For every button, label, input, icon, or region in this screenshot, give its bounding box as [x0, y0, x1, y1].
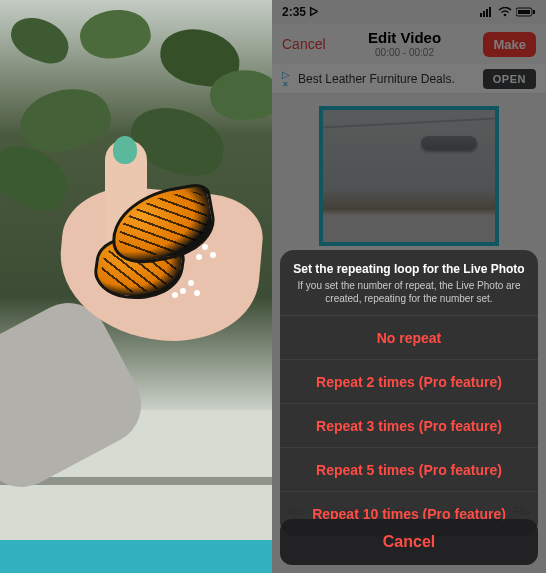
sheet-option-repeat-3[interactable]: Repeat 3 times (Pro feature) [280, 404, 538, 448]
action-sheet-cancel-button[interactable]: Cancel [280, 519, 538, 565]
action-sheet: Set the repeating loop for the Live Phot… [280, 250, 538, 536]
photo-butterfly-on-hand [0, 0, 272, 540]
action-sheet-subtitle: If you set the number of repeat, the Liv… [292, 279, 526, 305]
sheet-option-repeat-5[interactable]: Repeat 5 times (Pro feature) [280, 448, 538, 492]
sheet-option-no-repeat[interactable]: No repeat [280, 316, 538, 360]
sheet-option-repeat-2[interactable]: Repeat 2 times (Pro feature) [280, 360, 538, 404]
action-sheet-header: Set the repeating loop for the Live Phot… [280, 250, 538, 316]
action-sheet-title: Set the repeating loop for the Live Phot… [292, 262, 526, 276]
left-photo-panel [0, 0, 272, 573]
right-app-panel: 2:35 ⁠ᐅ Cancel Edit Video 00:00 - 00:02 … [272, 0, 546, 573]
monarch-butterfly [60, 190, 220, 310]
